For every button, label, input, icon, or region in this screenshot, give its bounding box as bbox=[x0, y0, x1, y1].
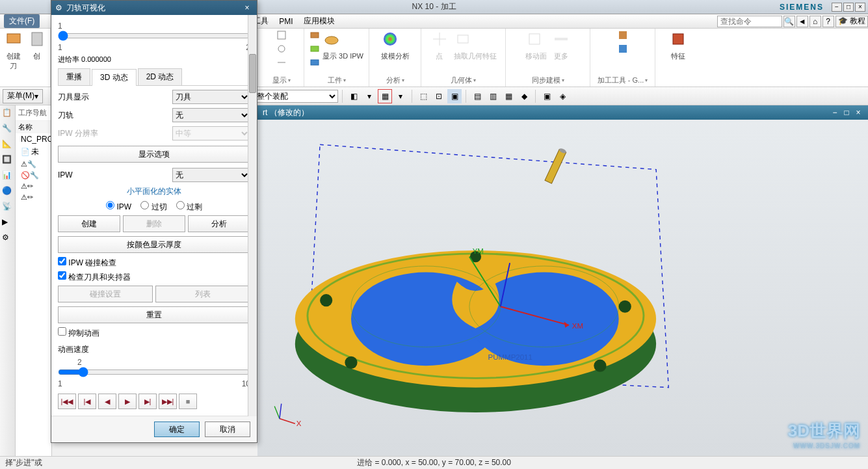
tab-replay[interactable]: 重播 bbox=[58, 68, 90, 85]
minimize-button[interactable]: − bbox=[832, 3, 842, 12]
point-button[interactable]: 点 bbox=[430, 30, 449, 61]
feature-button[interactable]: 特征 bbox=[669, 30, 687, 61]
vtb-icon-3[interactable]: 📐 bbox=[2, 139, 14, 151]
tb-icon-10[interactable]: ▦ bbox=[501, 89, 516, 103]
svg-rect-0 bbox=[7, 34, 20, 43]
radio-excess[interactable]: 过剩 bbox=[176, 201, 202, 213]
dialog-scrollbar[interactable] bbox=[248, 15, 257, 416]
tb-icon-6[interactable]: ⊡ bbox=[432, 89, 446, 103]
home-icon[interactable]: ⌂ bbox=[809, 16, 821, 27]
chk-holder[interactable]: 检查刀具和夹持器 bbox=[58, 273, 131, 282]
viewport-titlebar: rt （修改的） − □ × bbox=[257, 105, 868, 120]
watermark: 3D世界网 WWW.3DSJW.COM bbox=[788, 420, 860, 449]
svg-point-8 bbox=[278, 46, 285, 52]
wp-icon-3[interactable] bbox=[309, 57, 320, 70]
search-input[interactable] bbox=[717, 16, 782, 27]
tab-3d-dynamic[interactable]: 3D 动态 bbox=[92, 69, 137, 86]
analyze-button[interactable]: 分析 bbox=[188, 215, 250, 232]
close-window-button[interactable]: × bbox=[855, 3, 865, 12]
canvas-3d[interactable]: PUMMP2011 XM YM X bbox=[257, 120, 868, 456]
goto-start-button[interactable]: |◀◀ bbox=[58, 394, 76, 409]
nav-back-icon[interactable]: ◄ bbox=[796, 16, 808, 27]
display-icon-3[interactable] bbox=[276, 57, 287, 70]
tb-icon-8[interactable]: ▤ bbox=[470, 89, 484, 103]
vtb-icon-4[interactable]: 🔲 bbox=[2, 155, 14, 167]
vtb-icon-2[interactable]: 🔧 bbox=[2, 124, 14, 135]
tb-icon-4[interactable]: ▾ bbox=[393, 89, 408, 103]
thickness-button[interactable]: 按颜色显示厚度 bbox=[58, 236, 250, 253]
wp-icon-1[interactable] bbox=[309, 30, 320, 42]
search-icon[interactable]: 🔍 bbox=[783, 16, 795, 27]
mt-icon-1[interactable] bbox=[618, 30, 628, 42]
sync-more-button[interactable]: 更多 bbox=[552, 30, 570, 61]
nav-item[interactable]: ⚠✏ bbox=[16, 181, 51, 192]
ipw-select[interactable]: 无 bbox=[172, 168, 250, 182]
create-button[interactable]: 创建 bbox=[58, 215, 120, 232]
display-icon-2[interactable] bbox=[276, 44, 287, 56]
play-forward-button[interactable]: ▶ bbox=[118, 394, 137, 409]
tb-icon-13[interactable]: ◈ bbox=[555, 89, 570, 103]
ok-button[interactable]: 确定 bbox=[154, 422, 200, 437]
nav-item[interactable]: 📄 未 bbox=[16, 145, 51, 159]
show-options-button[interactable]: 显示选项 bbox=[58, 146, 250, 163]
play-back-button[interactable]: ◀ bbox=[98, 394, 116, 409]
step-back-button[interactable]: |◀ bbox=[78, 394, 96, 409]
menu-pmi[interactable]: PMI bbox=[274, 16, 298, 27]
vtb-icon-8[interactable]: ▶ bbox=[2, 217, 14, 229]
radio-ipw[interactable]: IPW bbox=[106, 201, 131, 213]
menu-file[interactable]: 文件(F) bbox=[4, 14, 40, 28]
anim-speed-slider[interactable] bbox=[58, 367, 250, 377]
vtb-icon-5[interactable]: 📊 bbox=[2, 170, 14, 182]
chk-collision[interactable]: IPW 碰撞检查 bbox=[58, 258, 116, 267]
move-face-button[interactable]: 移动面 bbox=[525, 30, 547, 61]
vtb-icon-9[interactable]: ⚙ bbox=[2, 233, 14, 245]
tutorial-icon[interactable]: 🎓 教程 bbox=[835, 16, 868, 27]
chk-suppress-anim[interactable]: 抑制动画 bbox=[58, 328, 99, 338]
view-close-icon[interactable]: × bbox=[854, 108, 863, 117]
tb-icon-1[interactable]: ◧ bbox=[347, 89, 361, 103]
stop-button[interactable]: ■ bbox=[179, 394, 197, 409]
radio-overcut[interactable]: 过切 bbox=[140, 201, 166, 213]
draft-analysis-button[interactable]: 拔模分析 bbox=[381, 30, 410, 61]
create-tool-button[interactable]: 创建刀 bbox=[5, 30, 23, 71]
tool-display-select[interactable]: 刀具 bbox=[172, 90, 250, 104]
delete-button: 删除 bbox=[123, 215, 185, 232]
tb-icon-9[interactable]: ▥ bbox=[486, 89, 500, 103]
tb-icon-3[interactable]: ▦ bbox=[378, 89, 392, 103]
tb-icon-7[interactable]: ▣ bbox=[447, 89, 462, 103]
menu-dropdown-button[interactable]: 菜单(M) ▾ bbox=[3, 89, 43, 103]
nav-item[interactable]: ⚠✏ bbox=[16, 192, 51, 203]
dialog-titlebar[interactable]: ⚙ 刀轨可视化 × bbox=[51, 1, 257, 15]
toolpath-label: 刀轨 bbox=[58, 110, 172, 121]
toolpath-select[interactable]: 无 bbox=[172, 108, 250, 122]
vtb-nav-icon[interactable]: 📋 bbox=[2, 108, 14, 120]
menu-appmod[interactable]: 应用模块 bbox=[298, 14, 340, 28]
cancel-button[interactable]: 取消 bbox=[205, 422, 250, 437]
nav-item[interactable]: ⚠🔧 bbox=[16, 159, 51, 170]
tb-icon-2[interactable]: ▾ bbox=[362, 89, 376, 103]
help-icon[interactable]: ? bbox=[822, 16, 834, 27]
dialog-close-icon[interactable]: × bbox=[241, 3, 253, 12]
maximize-button[interactable]: □ bbox=[843, 3, 854, 12]
extract-geom-button[interactable]: 抽取几何特征 bbox=[454, 30, 497, 61]
create-button[interactable]: 创 bbox=[28, 30, 46, 71]
nav-item[interactable]: 🚫🔧 bbox=[16, 170, 51, 181]
vtb-icon-6[interactable]: 🔵 bbox=[2, 186, 14, 198]
assembly-select[interactable]: 整个装配 bbox=[254, 90, 338, 103]
mt-icon-2[interactable] bbox=[618, 44, 628, 56]
display-icon-1[interactable] bbox=[276, 30, 287, 42]
nav-root[interactable]: NC_PRO bbox=[16, 133, 51, 145]
tb-icon-12[interactable]: ▣ bbox=[540, 89, 554, 103]
frame-slider[interactable] bbox=[58, 31, 250, 41]
tb-icon-5[interactable]: ⬚ bbox=[416, 89, 430, 103]
show-3d-ipw-button[interactable]: 显示 3D IPW bbox=[322, 30, 363, 70]
reset-button[interactable]: 重置 bbox=[58, 306, 250, 323]
step-forward-button[interactable]: ▶| bbox=[138, 394, 157, 409]
goto-end-button[interactable]: ▶▶| bbox=[159, 394, 177, 409]
view-minimize-icon[interactable]: − bbox=[830, 108, 839, 117]
tb-icon-11[interactable]: ◆ bbox=[517, 89, 531, 103]
vtb-icon-7[interactable]: 📡 bbox=[2, 202, 14, 213]
view-maximize-icon[interactable]: □ bbox=[842, 108, 851, 117]
tab-2d-dynamic[interactable]: 2D 动态 bbox=[138, 68, 183, 85]
wp-icon-2[interactable] bbox=[309, 44, 320, 56]
